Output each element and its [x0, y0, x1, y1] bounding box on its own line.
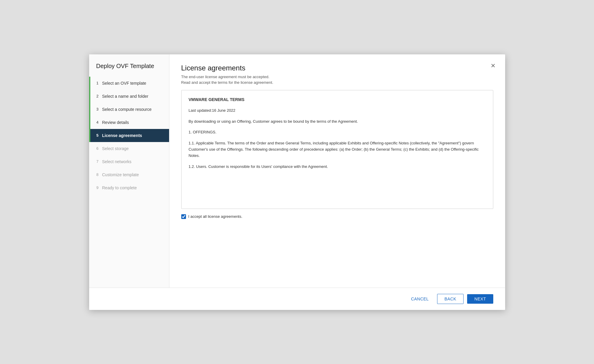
accept-checkbox-area: I accept all license agreements.: [181, 214, 493, 219]
sidebar-step-9[interactable]: 9Ready to complete: [89, 181, 169, 194]
sidebar-step-7[interactable]: 7Select networks: [89, 155, 169, 168]
step-number-7: 7: [90, 159, 99, 164]
main-content: ✕ License agreements The end-user licens…: [169, 54, 505, 288]
license-section1-2: 1.2. Users. Customer is responsible for …: [189, 164, 486, 170]
license-section1-1: 1.1. Applicable Terms. The terms of the …: [189, 140, 486, 159]
step-number-8: 8: [90, 172, 99, 177]
step-label-2: Select a name and folder: [102, 94, 149, 99]
step-label-9: Ready to complete: [102, 185, 137, 190]
step-label-4: Review details: [102, 120, 129, 125]
sidebar-steps: 1Select an OVF template2Select a name an…: [89, 77, 169, 194]
step-label-8: Customize template: [102, 172, 139, 177]
step-label-3: Select a compute resource: [102, 107, 152, 112]
sidebar-title: Deploy OVF Template: [89, 54, 169, 77]
step-label-7: Select networks: [102, 159, 132, 164]
license-last-updated: Last updated:16 June 2022: [189, 108, 486, 114]
main-header: License agreements: [181, 64, 493, 72]
step-number-2: 2: [90, 94, 99, 98]
next-button[interactable]: NEXT: [467, 294, 493, 304]
step-label-1: Select an OVF template: [102, 81, 146, 86]
footer: CANCEL BACK NEXT: [89, 288, 505, 310]
step-number-9: 9: [90, 185, 99, 190]
step-number-3: 3: [90, 107, 99, 111]
accept-checkbox-label[interactable]: I accept all license agreements.: [188, 214, 242, 219]
step-label-5: License agreements: [102, 133, 142, 138]
cancel-button[interactable]: CANCEL: [406, 294, 433, 304]
sidebar-step-2[interactable]: 2Select a name and folder: [89, 90, 169, 103]
main-title: License agreements: [181, 64, 245, 72]
close-button[interactable]: ✕: [491, 63, 496, 69]
sidebar: Deploy OVF Template 1Select an OVF templ…: [89, 54, 169, 288]
license-section1-title: 1. OFFERINGS.: [189, 129, 486, 135]
deploy-ovf-dialog: Deploy OVF Template 1Select an OVF templ…: [89, 54, 505, 310]
sidebar-step-1[interactable]: 1Select an OVF template: [89, 77, 169, 90]
license-para1: By downloading or using an Offering, Cus…: [189, 119, 486, 125]
sidebar-step-6[interactable]: 6Select storage: [89, 142, 169, 155]
sidebar-step-4[interactable]: 4Review details: [89, 116, 169, 129]
sidebar-step-5: 5License agreements: [89, 129, 169, 142]
step-number-4: 4: [90, 120, 99, 125]
step-label-6: Select storage: [102, 146, 129, 151]
sidebar-step-8[interactable]: 8Customize template: [89, 168, 169, 181]
step-number-1: 1: [90, 81, 99, 85]
dialog-body: Deploy OVF Template 1Select an OVF templ…: [89, 54, 505, 288]
back-button[interactable]: BACK: [437, 294, 464, 304]
subtitle2: Read and accept the terms for the licens…: [181, 80, 493, 85]
step-number-5: 5: [90, 133, 99, 138]
license-text-box[interactable]: VMWARE GENERAL TERMS Last updated:16 Jun…: [181, 90, 493, 209]
subtitle1: The end-user license agreement must be a…: [181, 75, 493, 79]
accept-checkbox[interactable]: [181, 214, 186, 219]
step-number-6: 6: [90, 146, 99, 151]
sidebar-step-3[interactable]: 3Select a compute resource: [89, 103, 169, 116]
license-heading: VMWARE GENERAL TERMS: [189, 96, 486, 103]
